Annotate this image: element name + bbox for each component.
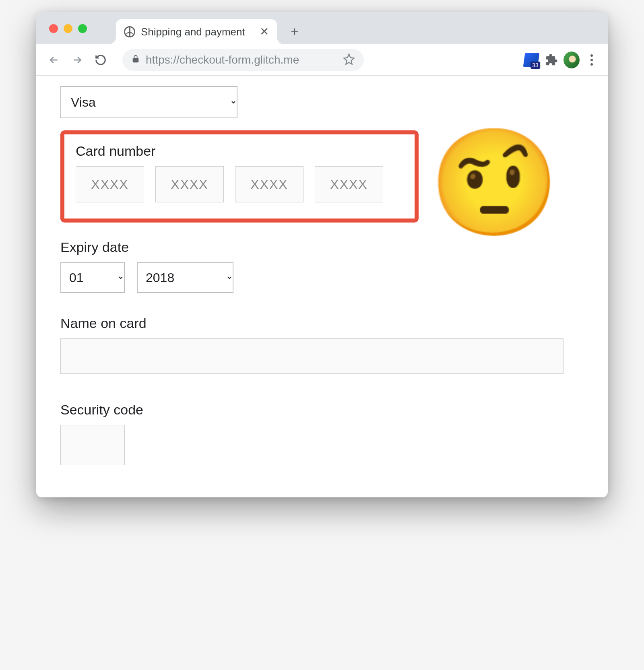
browser-tab[interactable]: Shipping and payment ✕	[116, 19, 277, 44]
window-controls	[49, 24, 87, 33]
address-bar[interactable]: https://checkout-form.glitch.me	[122, 49, 364, 71]
extension-css-icon[interactable]	[523, 52, 539, 68]
extension-badge	[523, 53, 539, 67]
card-type-group: Visa	[60, 86, 584, 118]
name-on-card-group: Name on card	[60, 315, 584, 374]
bookmark-star-icon[interactable]	[343, 53, 355, 67]
url-text: https://checkout-form.glitch.me	[146, 54, 337, 66]
expiry-group: Expiry date 01 2018	[60, 239, 584, 293]
page-content: Visa Card number 🤨 Expiry date 01 2018	[36, 76, 608, 497]
card-number-label: Card number	[76, 143, 403, 159]
name-on-card-label: Name on card	[60, 315, 584, 331]
forward-button[interactable]	[68, 50, 87, 70]
expiry-year-select[interactable]: 2018	[137, 262, 233, 293]
card-number-highlight: Card number	[60, 130, 419, 223]
avatar-image	[564, 52, 580, 68]
close-tab-button[interactable]: ✕	[260, 26, 269, 37]
globe-icon	[124, 26, 135, 37]
back-button[interactable]	[44, 50, 64, 70]
security-code-input[interactable]	[60, 425, 125, 465]
tab-title: Shipping and payment	[141, 26, 254, 38]
tab-strip: Shipping and payment ✕ ＋	[36, 12, 608, 44]
new-tab-button[interactable]: ＋	[287, 23, 303, 39]
raised-eyebrow-emoji: 🤨	[429, 130, 559, 235]
minimize-window-button[interactable]	[64, 24, 72, 33]
card-number-segment-4[interactable]	[315, 166, 383, 202]
close-window-button[interactable]	[49, 24, 58, 33]
expiry-label: Expiry date	[60, 239, 584, 255]
card-number-segment-1[interactable]	[76, 166, 144, 202]
card-number-segment-3[interactable]	[235, 166, 303, 202]
browser-window: Shipping and payment ✕ ＋ https://checkou…	[36, 12, 608, 497]
extensions-puzzle-icon[interactable]	[543, 52, 559, 68]
security-code-group: Security code	[60, 402, 584, 465]
name-on-card-input[interactable]	[60, 338, 564, 374]
browser-menu-button[interactable]	[584, 52, 600, 68]
lock-icon	[131, 54, 140, 66]
security-code-label: Security code	[60, 402, 584, 418]
profile-avatar[interactable]	[564, 52, 580, 68]
maximize-window-button[interactable]	[78, 24, 87, 33]
card-number-segment-2[interactable]	[155, 166, 224, 202]
expiry-month-select[interactable]: 01	[60, 262, 125, 293]
card-number-inputs	[76, 166, 403, 202]
reload-button[interactable]	[91, 50, 110, 70]
card-type-select[interactable]: Visa	[60, 86, 237, 118]
browser-toolbar: https://checkout-form.glitch.me	[36, 44, 608, 76]
